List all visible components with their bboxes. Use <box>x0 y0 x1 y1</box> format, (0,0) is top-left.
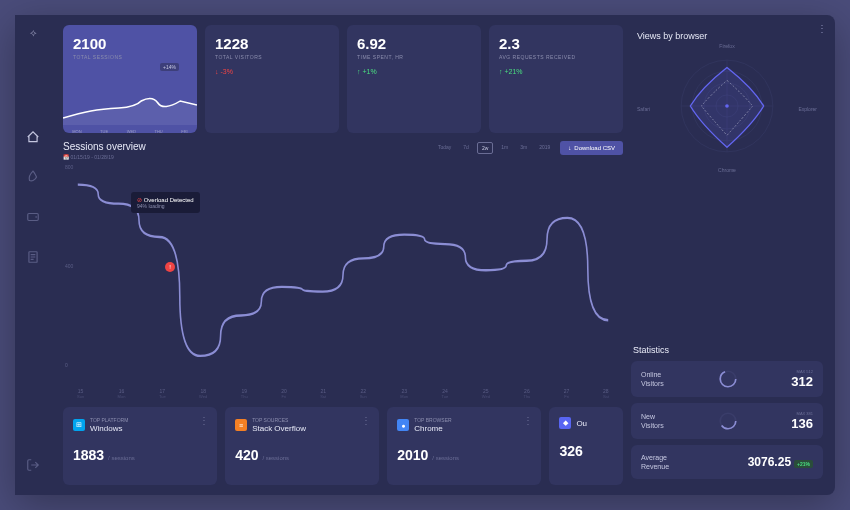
stat-card-requests[interactable]: 2.3 AVG REQUESTS RECEIVED ↑ +21% <box>489 25 623 133</box>
more-icon[interactable]: ⋮ <box>523 415 533 426</box>
nav <box>25 129 41 265</box>
sidebar: ⟡ <box>15 15 51 495</box>
radar-label-firefox: Firefox <box>719 43 734 49</box>
x-tick: 28Sat <box>603 388 609 399</box>
download-csv-button[interactable]: ↓ Download CSV <box>560 141 623 155</box>
radar-label-explorer: Explorer <box>798 106 817 112</box>
x-tick: 26Thu <box>523 388 530 399</box>
bc-value: 420 / sessions <box>235 447 369 463</box>
range-tab-Today[interactable]: Today <box>434 142 455 154</box>
x-tick: 23Mon <box>400 388 408 399</box>
bc-name: Ou <box>576 419 587 428</box>
x-tick: 17Tue <box>159 388 166 399</box>
x-tick: 18Wed <box>199 388 207 399</box>
stat-label: TIME SPENT, HR <box>357 54 471 60</box>
app-window: ⟡ 2100 TOTAL SESSIONS +14% MONTUEWEDTHUF… <box>15 15 835 495</box>
x-tick: 22Sun <box>360 388 367 399</box>
main-content: 2100 TOTAL SESSIONS +14% MONTUEWEDTHUFRI… <box>51 15 835 495</box>
range-tabs: Today7d2w1m3m2019 <box>434 142 554 154</box>
statistics-title: Statistics <box>633 345 669 355</box>
stat-item-0[interactable]: OnlineVisitors MAX 512 312 <box>631 361 823 397</box>
stat-card-sessions[interactable]: 2100 TOTAL SESSIONS +14% MONTUEWEDTHUFRI <box>63 25 197 133</box>
radar-chart[interactable]: Firefox Explorer Chrome Safari <box>637 41 817 171</box>
bottom-card-platform[interactable]: ⋮ ⊞ TOP PLATFORM Windows 1883 / sessions <box>63 407 217 485</box>
bottom-card-partial[interactable]: ◆ Ou 326 <box>549 407 623 485</box>
mini-day: TUE <box>100 129 108 134</box>
range-tab-2019[interactable]: 2019 <box>535 142 554 154</box>
bottom-cards: ⋮ ⊞ TOP PLATFORM Windows 1883 / sessions… <box>63 407 623 485</box>
more-icon[interactable]: ⋮ <box>817 23 827 34</box>
overview-header: Sessions overview 📅 01/15/19 - 01/28/19 … <box>63 141 623 160</box>
sources-icon: ≡ <box>235 419 247 431</box>
y-axis: 8004000 <box>65 164 73 368</box>
mini-sparkline: MONTUEWEDTHUFRI <box>63 83 197 133</box>
bc-name: Windows <box>90 424 128 433</box>
x-tick: 25Wed <box>482 388 490 399</box>
x-tick: 21Sat <box>320 388 326 399</box>
si-label: NewVisitors <box>641 412 664 430</box>
stat-label: TOTAL VISITORS <box>215 54 329 60</box>
nav-home-icon[interactable] <box>25 129 41 145</box>
stat-value: 2.3 <box>499 35 613 52</box>
stat-label: AVG REQUESTS RECEIVED <box>499 54 613 60</box>
stat-card-visitors[interactable]: 1228 TOTAL VISITORS ↓ -3% <box>205 25 339 133</box>
si-value: 136 <box>791 416 813 431</box>
x-tick: 24Tue <box>442 388 449 399</box>
logout-icon[interactable] <box>25 457 41 473</box>
bc-name: Stack Overflow <box>252 424 306 433</box>
range-tab-1m[interactable]: 1m <box>497 142 512 154</box>
stat-item-1[interactable]: NewVisitors MAX 381 136 <box>631 403 823 439</box>
range-tab-7d[interactable]: 7d <box>459 142 473 154</box>
stat-label: TOTAL SESSIONS <box>73 54 187 60</box>
radar-card: Views by browser ⋮ Firefox Explorer <box>631 25 823 337</box>
si-badge: +21% <box>794 460 813 468</box>
more-icon[interactable]: ⋮ <box>199 415 209 426</box>
range-tab-2w[interactable]: 2w <box>477 142 493 154</box>
range-tab-3m[interactable]: 3m <box>516 142 531 154</box>
statistics-section: Statistics ⋮ OnlineVisitors MAX 512 312 … <box>631 345 823 485</box>
x-tick: 27Fri <box>564 388 570 399</box>
si-label: AverageRevenue <box>641 453 669 471</box>
y-tick: 800 <box>65 164 73 170</box>
nav-leaf-icon[interactable] <box>25 169 41 185</box>
progress-ring-icon <box>718 369 738 389</box>
x-tick: 19Thu <box>241 388 248 399</box>
bc-label: TOP SOURCES <box>252 417 306 423</box>
si-value: 3076.25+21% <box>748 455 813 469</box>
left-column: 2100 TOTAL SESSIONS +14% MONTUEWEDTHUFRI… <box>63 25 623 485</box>
bottom-card-sources[interactable]: ⋮ ≡ TOP SOURCES Stack Overflow 420 / ses… <box>225 407 379 485</box>
stat-delta: ↑ +1% <box>357 68 471 75</box>
radar-label-safari: Safari <box>637 106 650 112</box>
stat-item-2[interactable]: AverageRevenue 3076.25+21% <box>631 445 823 479</box>
x-tick: 16Mon <box>118 388 126 399</box>
bc-value: 1883 / sessions <box>73 447 207 463</box>
overview-date: 📅 01/15/19 - 01/28/19 <box>63 154 146 160</box>
alert-marker-icon[interactable]: ! <box>165 262 175 272</box>
y-tick: 0 <box>65 362 73 368</box>
mini-day: FRI <box>181 129 187 134</box>
sessions-overview: Sessions overview 📅 01/15/19 - 01/28/19 … <box>63 141 623 399</box>
right-column: Views by browser ⋮ Firefox Explorer <box>631 25 823 485</box>
svg-point-8 <box>725 104 729 108</box>
stat-delta: ↑ +21% <box>499 68 613 75</box>
mini-day: MON <box>72 129 81 134</box>
stat-badge: +14% <box>160 63 179 71</box>
bottom-card-browser[interactable]: ⋮ ● TOP BROWSER Chrome 2010 / sessions <box>387 407 541 485</box>
line-chart[interactable]: 8004000 ⊘ Overload Detected 94% loading … <box>63 164 623 386</box>
overview-controls: Today7d2w1m3m2019 ↓ Download CSV <box>434 141 623 155</box>
bc-label: TOP PLATFORM <box>90 417 128 423</box>
x-tick: 15Sun <box>77 388 84 399</box>
nav-document-icon[interactable] <box>25 249 41 265</box>
stat-card-time[interactable]: 6.92 TIME SPENT, HR ↑ +1% <box>347 25 481 133</box>
logo-icon: ⟡ <box>30 27 37 39</box>
stats-row: 2100 TOTAL SESSIONS +14% MONTUEWEDTHUFRI… <box>63 25 623 133</box>
nav-wallet-icon[interactable] <box>25 209 41 225</box>
bc-label: TOP BROWSER <box>414 417 451 423</box>
stat-value: 1228 <box>215 35 329 52</box>
more-icon[interactable]: ⋮ <box>361 415 371 426</box>
platform-icon: ⊞ <box>73 419 85 431</box>
radar-title: Views by browser <box>637 31 707 41</box>
bc-name: Chrome <box>414 424 451 433</box>
browser-icon: ● <box>397 419 409 431</box>
mini-day: THU <box>154 129 162 134</box>
